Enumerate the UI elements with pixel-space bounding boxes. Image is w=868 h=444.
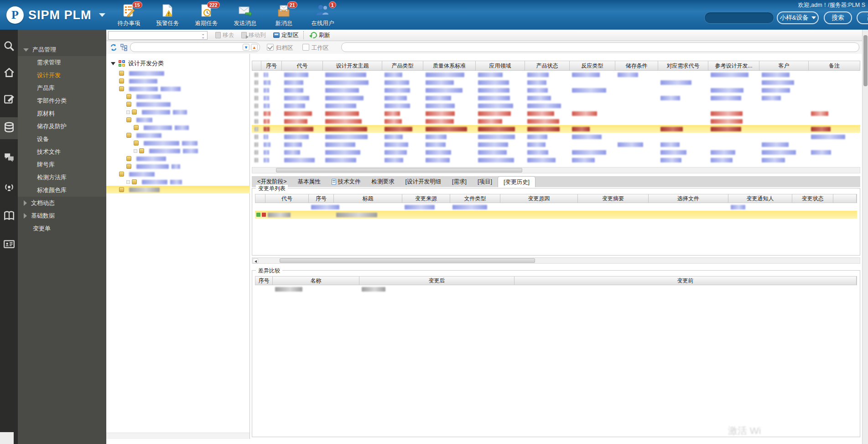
table-row[interactable] xyxy=(252,71,860,78)
find-next-button[interactable]: ▼ xyxy=(243,44,249,51)
tree-item[interactable] xyxy=(106,162,250,170)
column-header-应用领域[interactable]: 应用领域 xyxy=(476,61,525,70)
column-header-产品类型[interactable]: 产品类型 xyxy=(382,61,423,70)
nav-item-技术文件[interactable]: 技术文件 xyxy=(18,146,106,158)
rail-item-edit[interactable] xyxy=(0,89,18,111)
column-header-储存条件[interactable]: 储存条件 xyxy=(615,61,658,70)
nav-item-产品管理[interactable]: 产品管理 xyxy=(18,43,106,56)
table-row[interactable] xyxy=(252,117,860,125)
tool-warning-task[interactable]: 预警任务 xyxy=(148,2,187,28)
rail-item-database[interactable] xyxy=(0,117,18,139)
column-header-文件类型[interactable]: 文件类型 xyxy=(450,194,500,203)
tool-new-message[interactable]: 21新消息 xyxy=(265,2,303,28)
tree-item[interactable] xyxy=(106,69,250,77)
nav-item-基础数据[interactable]: 基础数据 xyxy=(18,209,106,222)
chevron-down-icon[interactable] xyxy=(99,13,105,17)
category-combobox[interactable]: ⌄⌄ xyxy=(108,31,208,40)
rail-item-broadcast[interactable] xyxy=(0,178,18,199)
search-category-dropdown[interactable]: 小样&设备 xyxy=(777,11,819,24)
tree-search-input[interactable] xyxy=(130,42,260,52)
tree-expand-icon[interactable] xyxy=(111,62,115,65)
column-header-设计开发主题[interactable]: 设计开发主题 xyxy=(323,61,382,70)
tab-[变更历史][interactable]: [变更历史] xyxy=(498,176,535,187)
tab-[项目][interactable]: [项目] xyxy=(472,176,498,187)
nav-item-储存及防护[interactable]: 储存及防护 xyxy=(18,120,106,133)
nav-item-需求管理[interactable]: 需求管理 xyxy=(18,56,106,69)
table-row[interactable] xyxy=(252,133,860,141)
advanced-search-button[interactable]: 高 xyxy=(857,11,868,24)
remove-button[interactable]: 移去 xyxy=(213,30,236,41)
column-header-序号[interactable]: 序号 xyxy=(309,194,334,203)
column-header-变更前[interactable]: 变更前 xyxy=(515,277,857,285)
table-row[interactable] xyxy=(252,102,860,110)
tree-item[interactable] xyxy=(106,178,250,186)
change-list-row[interactable] xyxy=(255,211,857,219)
window-vscrollbar[interactable] xyxy=(862,30,868,444)
nav-item-产品库[interactable]: 产品库 xyxy=(18,82,106,94)
rail-item-chat[interactable] xyxy=(0,147,18,169)
tree-item[interactable] xyxy=(106,131,250,139)
column-header-变更通知人[interactable]: 变更通知人 xyxy=(728,194,792,203)
column-header-质量体系标准[interactable]: 质量体系标准 xyxy=(423,61,476,70)
search-button[interactable]: 搜索 xyxy=(824,11,852,24)
tree-view-icon[interactable] xyxy=(120,44,128,51)
column-header-名称[interactable]: 名称 xyxy=(273,277,359,285)
column-header-变更来源[interactable]: 变更来源 xyxy=(402,194,450,203)
scroll-thumb[interactable] xyxy=(276,168,522,172)
tree-item[interactable] xyxy=(106,139,250,147)
tool-send-message[interactable]: 发送消息 xyxy=(226,2,265,28)
rail-item-book[interactable] xyxy=(0,206,18,228)
column-header-序号[interactable]: 序号 xyxy=(261,61,282,70)
tree-item[interactable] xyxy=(106,124,250,131)
table-row[interactable] xyxy=(252,141,860,148)
table-row[interactable] xyxy=(252,148,860,156)
move-to-button[interactable]: 移动到 xyxy=(239,30,268,41)
tree-hscrollbar[interactable] xyxy=(106,433,249,439)
tab-检测要求[interactable]: 检测要求 xyxy=(366,176,400,187)
select-all-column-header[interactable] xyxy=(252,61,261,70)
change-list-hscrollbar[interactable] xyxy=(252,257,860,264)
rail-bottom-button[interactable] xyxy=(0,432,14,444)
tree-root-node[interactable]: 设计开发分类 xyxy=(106,59,164,68)
column-header-参考设计开发...[interactable]: 参考设计开发... xyxy=(708,61,759,70)
nav-item-文档动态[interactable]: 文档动态 xyxy=(18,197,106,209)
nav-item-设计开发[interactable]: 设计开发 xyxy=(18,69,106,82)
column-header-变更后[interactable]: 变更后 xyxy=(359,277,515,285)
rail-item-sipm-search[interactable] xyxy=(0,36,18,58)
scroll-thumb[interactable] xyxy=(280,258,535,263)
tree-item[interactable] xyxy=(106,155,250,162)
tool-online-users[interactable]: 1在线用户 xyxy=(303,2,342,28)
tree-item[interactable] xyxy=(106,116,250,124)
nav-item-牌号库[interactable]: 牌号库 xyxy=(18,158,106,171)
refresh-button[interactable]: 刷新 xyxy=(309,30,332,41)
column-header-序号[interactable]: 序号 xyxy=(255,277,273,285)
work-zone-checkbox[interactable] xyxy=(302,44,309,51)
diff-row[interactable] xyxy=(255,285,857,293)
tree-item[interactable] xyxy=(106,100,250,108)
rail-item-home[interactable] xyxy=(0,63,18,84)
quick-filter-input[interactable] xyxy=(341,42,859,52)
tree-item[interactable] xyxy=(106,85,250,93)
change-list-row[interactable] xyxy=(255,203,857,211)
tab-[需求][interactable]: [需求] xyxy=(447,176,472,187)
column-header-对应需求代号[interactable]: 对应需求代号 xyxy=(658,61,708,70)
nav-item-变更单[interactable]: 变更单 xyxy=(18,222,106,235)
tree-item[interactable] xyxy=(106,77,250,85)
tree-item[interactable] xyxy=(106,147,250,155)
finalize-zone-button[interactable]: 定型区 xyxy=(271,30,301,41)
table-row[interactable] xyxy=(252,78,860,86)
nav-item-零部件分类[interactable]: 零部件分类 xyxy=(18,94,106,107)
table-row[interactable] xyxy=(252,86,860,94)
tab-技术文件[interactable]: 技术文件 xyxy=(326,176,366,187)
tree-item[interactable] xyxy=(106,93,250,100)
column-header-产品状态[interactable]: 产品状态 xyxy=(525,61,570,70)
select-column-header[interactable] xyxy=(255,194,265,203)
nav-item-原材料[interactable]: 原材料 xyxy=(18,107,106,120)
tool-overdue-task[interactable]: 222逾期任务 xyxy=(187,2,226,28)
table-row[interactable] xyxy=(252,156,860,164)
tree-refresh-icon[interactable] xyxy=(110,44,117,51)
column-header-选择文件[interactable]: 选择文件 xyxy=(649,194,728,203)
tab-[设计开发明细[interactable]: [设计开发明细 xyxy=(400,176,447,187)
rail-item-id-card[interactable] xyxy=(0,234,18,256)
column-header-变更状态[interactable]: 变更状态 xyxy=(792,194,833,203)
